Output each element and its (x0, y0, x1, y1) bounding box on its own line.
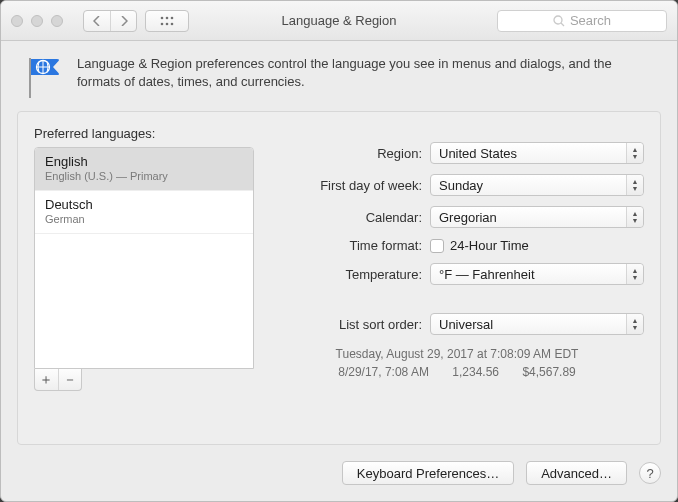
format-preview-currency: $4,567.89 (522, 365, 575, 379)
zoom-window-button[interactable] (51, 15, 63, 27)
svg-point-0 (161, 16, 164, 19)
description-text: Language & Region preferences control th… (77, 55, 655, 99)
preferred-languages-column: Preferred languages: English English (U.… (34, 126, 254, 430)
svg-rect-8 (29, 58, 31, 98)
language-name: English (45, 154, 243, 170)
nav-back-forward (83, 10, 137, 32)
back-button[interactable] (84, 11, 110, 31)
list-sort-value: Universal (439, 317, 493, 332)
preferred-languages-list[interactable]: English English (U.S.) — Primary Deutsch… (34, 147, 254, 369)
stepper-icon: ▲▼ (626, 143, 643, 163)
advanced-label: Advanced… (541, 466, 612, 481)
minimize-window-button[interactable] (31, 15, 43, 27)
region-label: Region: (270, 146, 430, 161)
format-preview-number: 1,234.56 (452, 365, 499, 379)
keyboard-preferences-button[interactable]: Keyboard Preferences… (342, 461, 514, 485)
search-icon (553, 15, 565, 27)
region-select[interactable]: United States ▲▼ (430, 142, 644, 164)
svg-point-3 (161, 22, 164, 25)
titlebar: Language & Region Search (1, 1, 677, 41)
search-placeholder: Search (570, 13, 611, 28)
calendar-select[interactable]: Gregorian ▲▼ (430, 206, 644, 228)
stepper-icon: ▲▼ (626, 314, 643, 334)
calendar-value: Gregorian (439, 210, 497, 225)
language-subtitle: English (U.S.) — Primary (45, 170, 243, 184)
language-item-english[interactable]: English English (U.S.) — Primary (35, 148, 253, 191)
24-hour-checkbox[interactable] (430, 239, 444, 253)
language-subtitle: German (45, 213, 243, 227)
keyboard-preferences-label: Keyboard Preferences… (357, 466, 499, 481)
globe-flag-icon (23, 55, 63, 99)
stepper-icon: ▲▼ (626, 175, 643, 195)
window-controls (11, 15, 63, 27)
list-sort-label: List sort order: (270, 317, 430, 332)
add-language-button[interactable]: ＋ (35, 369, 58, 390)
temperature-value: °F — Fahrenheit (439, 267, 535, 282)
forward-button[interactable] (110, 11, 136, 31)
preferred-languages-label: Preferred languages: (34, 126, 254, 141)
settings-panel: Preferred languages: English English (U.… (17, 111, 661, 445)
temperature-select[interactable]: °F — Fahrenheit ▲▼ (430, 263, 644, 285)
show-all-button[interactable] (145, 10, 189, 32)
calendar-label: Calendar: (270, 210, 430, 225)
first-day-label: First day of week: (270, 178, 430, 193)
language-region-window: Language & Region Search Language & Regi… (0, 0, 678, 502)
search-field[interactable]: Search (497, 10, 667, 32)
close-window-button[interactable] (11, 15, 23, 27)
svg-point-6 (554, 16, 562, 24)
format-preview: Tuesday, August 29, 2017 at 7:08:09 AM E… (270, 345, 644, 381)
svg-line-7 (561, 23, 564, 26)
temperature-label: Temperature: (270, 267, 430, 282)
stepper-icon: ▲▼ (626, 207, 643, 227)
svg-point-2 (171, 16, 174, 19)
format-preview-long: Tuesday, August 29, 2017 at 7:08:09 AM E… (270, 345, 644, 363)
description-row: Language & Region preferences control th… (1, 41, 677, 111)
format-preview-short: 8/29/17, 7:08 AM 1,234.56 $4,567.89 (270, 363, 644, 381)
svg-point-4 (166, 22, 169, 25)
remove-language-button[interactable]: － (58, 369, 81, 390)
first-day-value: Sunday (439, 178, 483, 193)
list-sort-select[interactable]: Universal ▲▼ (430, 313, 644, 335)
region-settings-column: Region: United States ▲▼ First day of we… (270, 126, 644, 430)
24-hour-label: 24-Hour Time (450, 238, 529, 253)
region-value: United States (439, 146, 517, 161)
stepper-icon: ▲▼ (626, 264, 643, 284)
language-item-deutsch[interactable]: Deutsch German (35, 191, 253, 234)
first-day-select[interactable]: Sunday ▲▼ (430, 174, 644, 196)
format-preview-shortdate: 8/29/17, 7:08 AM (338, 365, 429, 379)
svg-point-5 (171, 22, 174, 25)
advanced-button[interactable]: Advanced… (526, 461, 627, 485)
svg-point-1 (166, 16, 169, 19)
language-name: Deutsch (45, 197, 243, 213)
add-remove-buttons: ＋ － (34, 369, 82, 391)
footer: Keyboard Preferences… Advanced… ? (1, 461, 677, 501)
time-format-label: Time format: (270, 238, 430, 253)
help-button[interactable]: ? (639, 462, 661, 484)
